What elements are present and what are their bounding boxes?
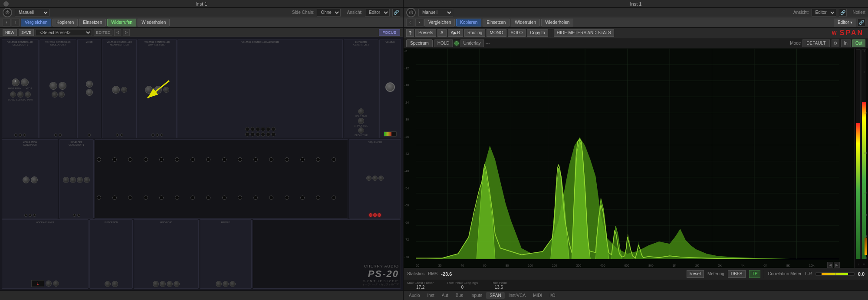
out-btn[interactable]: Out xyxy=(852,39,865,47)
seq-knob1[interactable] xyxy=(366,176,372,181)
scroll-right-btn[interactable]: ▶ xyxy=(834,262,840,268)
echo-knob4[interactable] xyxy=(174,281,180,287)
save-btn[interactable]: SAVE xyxy=(19,29,34,36)
reverb-knob3[interactable] xyxy=(230,281,236,287)
voice-knob1[interactable] xyxy=(46,280,52,287)
vco2-scale-knob[interactable] xyxy=(52,91,58,98)
vco1-pwm-knob[interactable] xyxy=(25,91,31,98)
ansicht-editor-btn[interactable]: Editor ▾ xyxy=(834,19,856,26)
env2-hold-knob[interactable] xyxy=(358,108,364,114)
tab-inputs[interactable]: Inputs xyxy=(467,292,486,299)
tab-audio[interactable]: Audio xyxy=(405,292,424,299)
undo-nav1[interactable]: ◁ xyxy=(114,29,121,36)
lpf-cutoff-knob[interactable] xyxy=(145,86,153,94)
link-button-left[interactable]: 🔗 xyxy=(392,9,400,16)
tab-span[interactable]: SPAN xyxy=(486,292,505,299)
tab-inst[interactable]: Inst xyxy=(424,292,438,299)
mod-freq-knob[interactable] xyxy=(23,176,30,183)
hpf-cutoff-knob[interactable] xyxy=(112,86,120,94)
link-btn2[interactable]: 🔗 xyxy=(858,19,865,26)
nav-forward-left[interactable]: › xyxy=(12,19,20,26)
seq-knob3[interactable] xyxy=(378,176,384,181)
in-btn[interactable]: In xyxy=(841,39,851,47)
power-button-left[interactable]: ⏻ xyxy=(3,8,12,17)
focus-btn[interactable]: FOCUS xyxy=(379,29,401,36)
tab-io[interactable]: I/O xyxy=(546,292,559,299)
volume-knob[interactable] xyxy=(385,82,395,92)
vco2-level-knob[interactable] xyxy=(59,82,66,90)
reset-btn[interactable]: Reset xyxy=(687,270,704,278)
mixer-knob2[interactable] xyxy=(86,89,93,96)
undo-nav2[interactable]: ▷ xyxy=(123,29,130,36)
hold-btn[interactable]: HOLD xyxy=(434,39,453,47)
hide-meters-btn[interactable]: HIDE METERS AND STATS xyxy=(554,29,614,37)
widerrufen-btn-right[interactable]: Widerrufen xyxy=(511,19,540,26)
vco1-subosc-knob[interactable] xyxy=(17,91,23,98)
dist-knob1[interactable] xyxy=(105,281,111,287)
wiederholen-btn-right[interactable]: Wiederholen xyxy=(541,19,573,26)
mod-wave-knob[interactable] xyxy=(31,176,38,183)
vco2-pwm-knob[interactable] xyxy=(59,91,65,98)
scroll-left-btn[interactable]: ◀ xyxy=(827,262,833,268)
lpf-mod-knob[interactable] xyxy=(163,87,169,93)
nav-back-right[interactable]: ‹ xyxy=(406,19,414,26)
link-button-right[interactable]: 🔗 xyxy=(839,9,847,16)
mode-select[interactable]: DEFAULT xyxy=(802,39,829,47)
dist-knob2[interactable] xyxy=(112,281,118,287)
wiederholen-btn-left[interactable]: Wiederholen xyxy=(138,19,170,26)
vco1-scale-knob[interactable] xyxy=(10,91,16,98)
new-btn[interactable]: NEW xyxy=(3,29,17,36)
help-btn[interactable]: ? xyxy=(406,29,414,37)
ansicht-select-right[interactable]: Editor xyxy=(812,9,836,16)
copy-to-btn[interactable]: Copy to xyxy=(527,29,548,37)
tab-bus[interactable]: Bus xyxy=(452,292,467,299)
vco1-waveform-knob[interactable] xyxy=(12,78,20,86)
einsetzen-btn-right[interactable]: Einsetzen xyxy=(483,19,510,26)
mono-btn[interactable]: MONO xyxy=(487,29,506,37)
env1-sustain-knob[interactable] xyxy=(77,177,83,183)
lpf-peak-knob[interactable] xyxy=(154,86,162,94)
widerrufen-btn-left[interactable]: Widerrufen xyxy=(107,19,136,26)
preset-dropdown-right[interactable]: Manuell xyxy=(418,9,453,16)
close-button[interactable] xyxy=(3,1,9,7)
solo-btn[interactable]: SOLO xyxy=(508,29,526,37)
nav-back-left[interactable]: ‹ xyxy=(3,19,10,26)
reverb-knob2[interactable] xyxy=(223,281,229,287)
vco1-level-knob[interactable] xyxy=(21,78,29,86)
tab-midi[interactable]: MIDI xyxy=(529,292,546,299)
preset-select[interactable]: <Select Preset> xyxy=(36,29,92,36)
tab-inst-vca[interactable]: Inst/VCA xyxy=(505,292,529,299)
nav-forward-right[interactable]: › xyxy=(415,19,423,26)
underlay-btn[interactable]: Underlay xyxy=(460,39,484,47)
seq-knob2[interactable] xyxy=(372,176,378,181)
echo-knob3[interactable] xyxy=(167,281,173,287)
env2-decay-knob[interactable] xyxy=(358,127,364,134)
mixer-knob1[interactable] xyxy=(86,81,93,88)
einsetzen-btn-left[interactable]: Einsetzen xyxy=(79,19,106,26)
voice-knob2[interactable] xyxy=(53,280,59,287)
hpf-mod-knob[interactable] xyxy=(121,87,127,93)
tp-btn[interactable]: TP xyxy=(749,270,761,278)
a-btn[interactable]: A xyxy=(437,29,447,37)
reverb-knob1[interactable] xyxy=(216,281,222,287)
routing-btn[interactable]: Routing xyxy=(464,29,485,37)
preset-dropdown-left[interactable]: Manuell xyxy=(15,9,49,16)
presets-btn[interactable]: Presets xyxy=(415,29,436,37)
ab-btn[interactable]: A▶B xyxy=(448,29,463,37)
kopieren-btn-right[interactable]: Kopieren xyxy=(456,19,481,26)
tab-aut[interactable]: Aut xyxy=(438,292,452,299)
env2-attack-knob[interactable] xyxy=(358,118,364,124)
env1-release-knob[interactable] xyxy=(84,177,90,183)
vergleichen-btn-left[interactable]: Vergleichen xyxy=(21,19,51,26)
gear-btn[interactable]: ⚙ xyxy=(832,39,839,47)
vco2-waveform-knob[interactable] xyxy=(49,82,57,90)
spectrum-btn[interactable]: Spectrum xyxy=(406,39,433,47)
kopieren-btn-left[interactable]: Kopieren xyxy=(53,19,78,26)
env1-decay-knob[interactable] xyxy=(70,177,76,183)
ansicht-select-left[interactable]: Editor xyxy=(365,9,390,16)
vergleichen-btn-right[interactable]: Vergleichen xyxy=(424,19,455,26)
metering-value-btn[interactable]: DBFS xyxy=(728,270,746,278)
power-button-right[interactable]: ⏻ xyxy=(406,8,416,17)
echo-knob1[interactable] xyxy=(153,281,159,287)
side-chain-select[interactable]: Ohne xyxy=(317,9,341,16)
